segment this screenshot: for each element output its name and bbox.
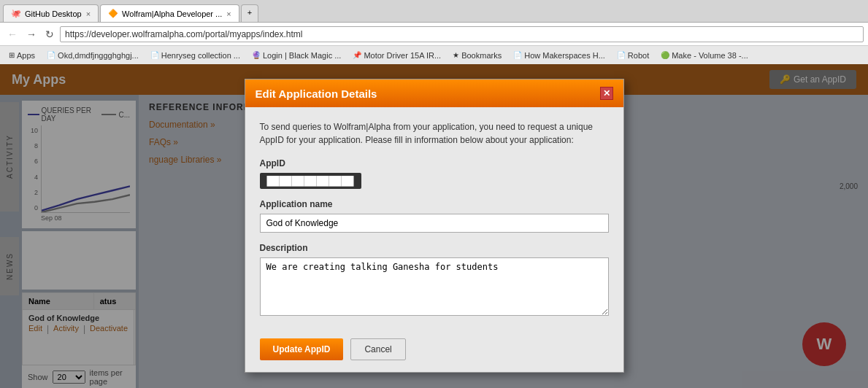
refresh-button[interactable]: ↻ (42, 27, 57, 42)
bookmark-login[interactable]: 🔮 Login | Black Magic ... (247, 50, 345, 61)
bookmark-make[interactable]: 🟢 Make - Volume 38 -... (656, 50, 753, 61)
tab-bar: 🐙 GitHub Desktop × 🔶 Wolfram|Alpha Devel… (0, 0, 868, 22)
modal-overlay: Edit Application Details ✕ To send queri… (0, 64, 868, 388)
address-input[interactable] (60, 26, 864, 42)
tab-github-title: GitHub Desktop (25, 9, 82, 18)
modal-footer: Update AppID Cancel (245, 331, 623, 372)
tab-wolfram-close[interactable]: × (226, 9, 231, 18)
bookmark-okd-label: Okd,dmdfjnggghghgj... (58, 51, 139, 60)
appid-display: ██████████████ (260, 173, 361, 189)
app-name-input[interactable] (260, 214, 609, 233)
forward-button[interactable]: → (23, 27, 39, 42)
back-button[interactable]: ← (4, 27, 20, 42)
edit-modal: Edit Application Details ✕ To send queri… (245, 79, 624, 373)
page-icon-5: 📄 (513, 51, 522, 59)
new-tab-button[interactable]: + (241, 4, 258, 22)
bookmark-motor-label: Motor Driver 15A IR... (364, 51, 441, 60)
cancel-button[interactable]: Cancel (350, 338, 405, 360)
tab-github-close[interactable]: × (86, 9, 91, 18)
bookmark-bookmarks[interactable]: ★ Bookmarks (448, 50, 506, 61)
app-area: My Apps 🔑 Get an AppID ACTIVITY QUERIES … (0, 64, 868, 388)
bookmark-henryseg-label: Henryseg collection ... (161, 51, 240, 60)
tab-wolfram[interactable]: 🔶 Wolfram|Alpha Developer ... × (100, 4, 239, 22)
browser-chrome: 🐙 GitHub Desktop × 🔶 Wolfram|Alpha Devel… (0, 0, 868, 64)
description-textarea[interactable]: We are creating talking Ganesha for stud… (260, 257, 609, 316)
page-icon-4: 📌 (353, 51, 361, 59)
update-appid-button[interactable]: Update AppID (260, 338, 344, 360)
tab-wolfram-title: Wolfram|Alpha Developer ... (122, 9, 222, 18)
modal-body: To send queries to Wolfram|Alpha from yo… (245, 107, 623, 331)
modal-close-button[interactable]: ✕ (600, 87, 613, 100)
bookmark-apps[interactable]: ⊞ Apps (4, 50, 39, 61)
bookmark-bookmarks-label: Bookmarks (461, 51, 502, 60)
page-icon-1: 📄 (47, 51, 55, 59)
page-icon-6: 📄 (617, 51, 626, 59)
page-icon-3: 🔮 (252, 51, 261, 59)
bookmark-apps-label: Apps (17, 51, 35, 60)
bookmarks-bar: ⊞ Apps 📄 Okd,dmdfjnggghghgj... 📄 Henryse… (0, 45, 868, 64)
description-label: Description (260, 243, 609, 253)
address-bar: ← → ↻ (0, 22, 868, 45)
bookmark-robot[interactable]: 📄 Robot (612, 50, 653, 61)
modal-description: To send queries to Wolfram|Alpha from yo… (260, 120, 609, 147)
github-favicon: 🐙 (11, 9, 21, 19)
tab-github[interactable]: 🐙 GitHub Desktop × (3, 4, 99, 22)
appid-label: AppID (260, 158, 609, 168)
bookmark-motor[interactable]: 📌 Motor Driver 15A IR... (348, 50, 445, 61)
modal-header: Edit Application Details ✕ (245, 79, 623, 107)
bookmark-makerspaces[interactable]: 📄 How Makerspaces H... (509, 50, 610, 61)
bookmark-robot-label: Robot (628, 51, 649, 60)
page-icon-2: 📄 (150, 51, 159, 59)
apps-icon: ⊞ (9, 51, 15, 59)
bookmark-make-label: Make - Volume 38 -... (672, 51, 748, 60)
bookmark-makerspaces-label: How Makerspaces H... (524, 51, 605, 60)
wolfram-favicon: 🔶 (108, 9, 118, 19)
bookmark-okd[interactable]: 📄 Okd,dmdfjnggghghgj... (42, 50, 143, 61)
modal-title: Edit Application Details (256, 88, 377, 100)
star-icon: ★ (453, 51, 459, 59)
bookmark-login-label: Login | Black Magic ... (263, 51, 341, 60)
app-name-label: Application name (260, 199, 609, 209)
page-icon-7: 🟢 (661, 51, 669, 59)
bookmark-henryseg[interactable]: 📄 Henryseg collection ... (146, 50, 245, 61)
